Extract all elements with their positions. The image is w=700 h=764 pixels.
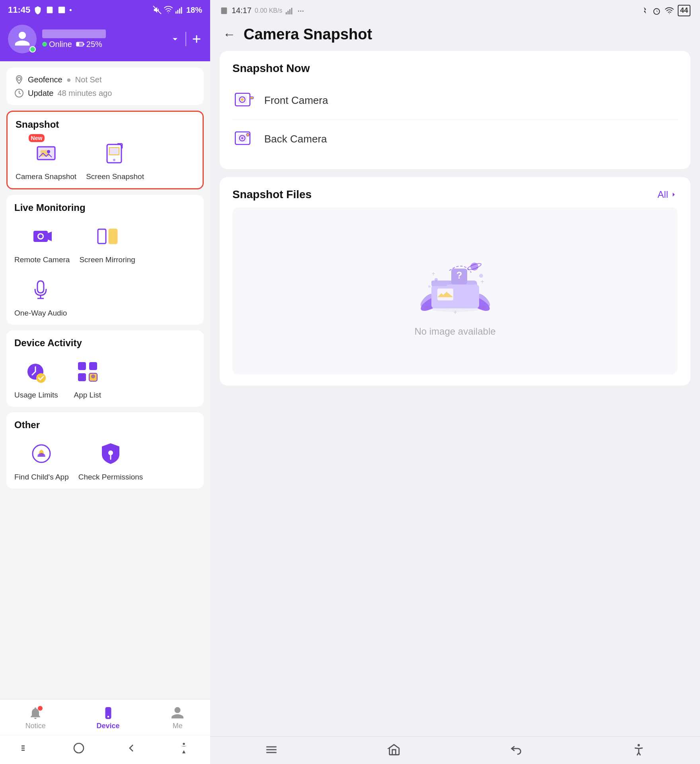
sim-icon — [45, 6, 54, 14]
wifi-icon — [164, 6, 173, 14]
back-chevron-icon — [125, 742, 138, 754]
right-sys-back[interactable] — [509, 743, 523, 759]
front-camera-icon-box — [232, 88, 256, 112]
screen-mirroring-icon-box — [92, 220, 123, 252]
usage-limits-item[interactable]: Usage Limits — [14, 356, 58, 400]
snapshot-grid: New Camera Snapshot — [16, 137, 195, 181]
right-back-icon — [509, 743, 523, 756]
menu-lines-icon — [20, 742, 33, 754]
info-card: Geofence ● Not Set Update 48 minutes ago — [6, 68, 204, 105]
empty-illustration: ? + + + — [411, 245, 499, 316]
screen-mirroring-icon — [95, 224, 120, 249]
screen-mirroring-label: Screen Mirroring — [79, 255, 135, 264]
device-label: Device — [96, 722, 119, 730]
svg-text:?: ? — [456, 270, 462, 281]
screen-snapshot-icon-box — [99, 137, 131, 169]
svg-rect-51 — [290, 9, 291, 14]
page-title: Camera Snapshot — [244, 26, 372, 43]
dropdown-icon[interactable] — [170, 33, 181, 45]
right-status-bar: 14:17 0.00 KB/s ··· 44 — [210, 0, 700, 19]
battery-icon — [76, 41, 85, 47]
device-icon — [101, 706, 115, 720]
battery-label: 25% — [76, 40, 102, 49]
snapshot-section: Snapshot New Camera Snap — [6, 111, 204, 189]
svg-point-79 — [479, 274, 483, 278]
app-list-icon-box — [72, 356, 103, 388]
chevron-right-icon — [670, 191, 678, 199]
check-permissions-icon-box — [95, 438, 127, 470]
left-status-bar: 11:45 • 18% — [0, 0, 210, 18]
find-childs-app-item[interactable]: Find Child's App — [14, 438, 69, 481]
camera-snapshot-item[interactable]: New Camera Snapshot — [16, 137, 76, 181]
front-camera-icon — [233, 89, 255, 111]
svg-point-80 — [428, 285, 431, 288]
back-camera-option[interactable]: Back Camera — [232, 120, 678, 158]
right-bottom-nav — [210, 736, 700, 764]
svg-point-16 — [47, 150, 50, 153]
app-list-item[interactable]: App List — [68, 356, 107, 400]
screen-snapshot-label: Screen Snapshot — [86, 172, 144, 181]
right-sys-accessibility[interactable] — [632, 743, 645, 759]
right-sys-menu[interactable] — [265, 743, 278, 759]
green-circle-icon — [42, 42, 47, 47]
svg-point-32 — [36, 373, 46, 383]
app-list-icon — [75, 359, 100, 384]
screen-mirroring-item[interactable]: Screen Mirroring — [79, 220, 135, 264]
svg-rect-10 — [83, 43, 84, 45]
svg-point-78 — [435, 278, 438, 281]
back-button[interactable]: ← — [223, 27, 236, 42]
usage-limits-label: Usage Limits — [14, 391, 58, 400]
right-speed: 0.00 KB/s — [255, 7, 282, 14]
left-time: 11:45 — [8, 5, 30, 15]
files-title: Snapshot Files — [232, 188, 312, 201]
right-sys-home[interactable] — [387, 743, 401, 759]
left-header: Online 25% — [0, 18, 210, 61]
files-all-btn[interactable]: All — [657, 189, 678, 200]
battery-right-box: 44 — [678, 5, 690, 16]
svg-rect-52 — [291, 8, 292, 14]
nav-me[interactable]: Me — [164, 704, 191, 732]
svg-rect-5 — [177, 10, 178, 14]
right-panel: 14:17 0.00 KB/s ··· 44 ← Camera Snapshot… — [210, 0, 700, 764]
left-system-nav — [0, 735, 210, 764]
front-camera-option[interactable]: Front Camera — [232, 81, 678, 120]
find-childs-app-label: Find Child's App — [14, 473, 69, 481]
svg-rect-48 — [221, 7, 227, 14]
online-dot — [29, 46, 36, 53]
usage-limits-icon-box — [20, 356, 52, 388]
nav-device[interactable]: Device — [90, 704, 126, 732]
files-header: Snapshot Files All — [232, 188, 678, 201]
svg-rect-44 — [21, 748, 25, 749]
one-way-audio-item[interactable]: One-Way Audio — [14, 274, 67, 318]
svg-rect-33 — [78, 362, 86, 370]
avatar — [8, 25, 37, 53]
screen-snapshot-item[interactable]: Screen Snapshot — [86, 137, 144, 181]
svg-rect-34 — [89, 362, 97, 370]
left-panel: 11:45 • 18% Onli — [0, 0, 210, 764]
sys-menu-btn[interactable] — [20, 742, 33, 754]
check-permissions-item[interactable]: Check Permissions — [78, 438, 143, 481]
add-icon[interactable] — [191, 33, 202, 45]
find-childs-app-icon-box — [25, 438, 57, 470]
camera-snapshot-icon-box: New — [30, 137, 62, 169]
screen-snapshot-icon — [102, 140, 128, 166]
sys-home-btn[interactable] — [72, 742, 85, 754]
right-header: ← Camera Snapshot — [210, 19, 700, 51]
remote-camera-item[interactable]: Remote Camera — [14, 220, 70, 264]
sys-accessibility-btn[interactable] — [177, 742, 190, 754]
dot-icon: • — [69, 6, 72, 14]
svg-rect-6 — [179, 8, 180, 14]
svg-rect-50 — [288, 11, 289, 14]
alarm-icon — [652, 6, 661, 15]
device-icon-wrapper — [101, 706, 115, 720]
left-status-left: 11:45 • — [8, 5, 72, 15]
right-status-right: 44 — [640, 5, 690, 16]
notice-label: Notice — [25, 722, 46, 730]
nav-notice[interactable]: Notice — [19, 704, 52, 732]
svg-point-46 — [74, 743, 84, 753]
header-divider — [185, 32, 186, 46]
sys-back-btn[interactable] — [125, 742, 138, 754]
me-icon-wrapper — [170, 706, 185, 720]
one-way-audio-icon — [28, 277, 53, 302]
remote-camera-icon-box — [26, 220, 58, 252]
